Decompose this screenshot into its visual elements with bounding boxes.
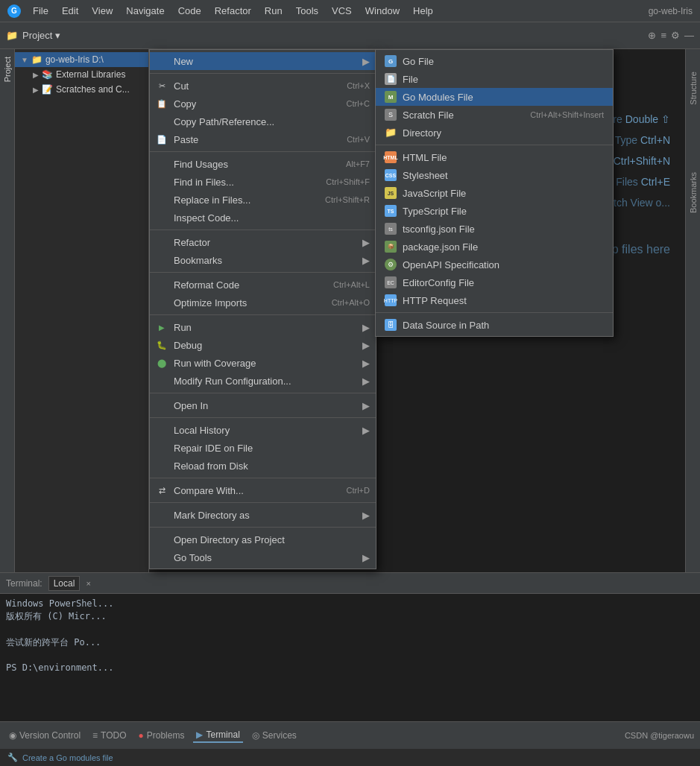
tab-todo[interactable]: ≡ TODO — [89, 729, 129, 742]
submenu-go-file[interactable]: G Go File — [376, 52, 613, 70]
menu-cut[interactable]: ✂ Cut Ctrl+X — [150, 77, 376, 95]
expand-arrow-scratch: ▶ — [33, 86, 39, 94]
create-module-bar[interactable]: 🔧 Create a Go modules file — [0, 748, 700, 766]
tab-version-control[interactable]: ◉ Version Control — [6, 729, 83, 742]
project-label[interactable]: Project ▾ — [22, 30, 60, 41]
term-line-1: Windows PowerShel... — [6, 598, 694, 609]
menu-modify-run[interactable]: Modify Run Configuration... ▶ — [150, 372, 376, 390]
create-icon: 🔧 — [7, 753, 18, 762]
optimize-shortcut: Ctrl+Alt+O — [332, 298, 370, 307]
go-modules-label: Go Modules File — [403, 92, 473, 103]
tree-ext-libs-label: External Libraries — [56, 69, 125, 80]
menu-run[interactable]: Run — [259, 4, 288, 18]
tab-services[interactable]: ◎ Services — [249, 729, 300, 742]
coverage-label: Run with Coverage — [174, 358, 356, 369]
structure-tab[interactable]: Structure — [689, 72, 698, 105]
locate-icon[interactable]: ⊕ — [648, 30, 656, 41]
copy-shortcut: Ctrl+C — [347, 99, 370, 108]
menu-help[interactable]: Help — [407, 4, 439, 18]
optimize-icon — [156, 297, 168, 308]
minimize-icon[interactable]: — — [684, 30, 694, 41]
html-label: HTML File — [403, 152, 447, 163]
submenu-file[interactable]: 📄 File — [376, 70, 613, 88]
submenu-editorconfig[interactable]: EC EditorConfig File — [376, 273, 613, 291]
submenu-css[interactable]: CSS Stylesheet — [376, 166, 613, 184]
submenu-openapi[interactable]: ⚙ OpenAPI Specification — [376, 256, 613, 273]
sep10 — [150, 527, 376, 528]
collapse-icon[interactable]: ≡ — [660, 30, 666, 41]
tree-root-label: go-web-Iris D:\ — [45, 54, 104, 65]
menu-new[interactable]: New ▶ — [150, 52, 376, 70]
submenu-ts[interactable]: TS TypeScript File — [376, 202, 613, 220]
menu-bookmarks[interactable]: Bookmarks ▶ — [150, 251, 376, 269]
menu-tools[interactable]: Tools — [290, 4, 324, 18]
menu-window[interactable]: Window — [359, 4, 406, 18]
mark-dir-icon — [156, 509, 168, 521]
project-tab-vertical[interactable]: Project — [1, 52, 13, 86]
menu-repair-ide[interactable]: Repair IDE on File — [150, 439, 376, 457]
terminal-tab-close[interactable]: × — [86, 579, 90, 588]
menu-mark-dir[interactable]: Mark Directory as ▶ — [150, 506, 376, 524]
tab-problems[interactable]: ● Problems — [136, 729, 188, 742]
inspect-icon — [156, 212, 168, 224]
tree-item-root[interactable]: ▼ 📁 go-web-Iris D:\ — [15, 52, 148, 67]
menu-go-tools[interactable]: Go Tools ▶ — [150, 548, 376, 566]
menu-run-coverage[interactable]: ⬤ Run with Coverage ▶ — [150, 354, 376, 372]
submenu-html[interactable]: HTML HTML File — [376, 148, 613, 166]
coverage-arrow: ▶ — [362, 358, 370, 369]
menu-open-in[interactable]: Open In ▶ — [150, 396, 376, 414]
menu-compare[interactable]: ⇄ Compare With... Ctrl+D — [150, 481, 376, 499]
menu-code[interactable]: Code — [172, 4, 207, 18]
menu-debug[interactable]: 🐛 Debug ▶ — [150, 336, 376, 354]
menu-copy-path[interactable]: Copy Path/Reference... — [150, 113, 376, 130]
menu-run[interactable]: ▶ Run ▶ — [150, 318, 376, 336]
menu-find-files[interactable]: Find in Files... Ctrl+Shift+F — [150, 173, 376, 191]
submenu-js[interactable]: JS JavaScript File — [376, 184, 613, 202]
debug-label: Debug — [174, 340, 356, 351]
sep9 — [150, 502, 376, 503]
submenu-datasource[interactable]: 🗄 Data Source in Path — [376, 316, 613, 334]
tree-item-ext-libs[interactable]: ▶ 📚 External Libraries — [15, 67, 148, 82]
menu-vcs[interactable]: VCS — [326, 4, 358, 18]
refactor-icon — [156, 236, 168, 248]
menu-navigate[interactable]: Navigate — [120, 4, 170, 18]
menu-optimize[interactable]: Optimize Imports Ctrl+Alt+O — [150, 294, 376, 311]
menu-local-history[interactable]: Local History ▶ — [150, 421, 376, 439]
bookmarks-tab[interactable]: Bookmarks — [689, 172, 698, 213]
compare-icon: ⇄ — [156, 484, 168, 496]
datasource-label: Data Source in Path — [403, 320, 489, 331]
local-history-arrow: ▶ — [362, 425, 370, 436]
menu-view[interactable]: View — [86, 4, 119, 18]
datasrc-icon: 🗄 — [385, 319, 397, 331]
copy-path-label: Copy Path/Reference... — [174, 116, 370, 127]
submenu-package-json[interactable]: 📦 package.json File — [376, 238, 613, 256]
menu-reformat[interactable]: Reformat Code Ctrl+Alt+L — [150, 276, 376, 294]
menu-find-usages[interactable]: Find Usages Alt+F7 — [150, 155, 376, 173]
menu-refactor[interactable]: Refactor — [209, 4, 257, 18]
dir-icon: 📁 — [385, 127, 397, 139]
submenu-go-modules[interactable]: M Go Modules File — [376, 88, 613, 106]
menu-replace-files[interactable]: Replace in Files... Ctrl+Shift+R — [150, 191, 376, 209]
menu-edit[interactable]: Edit — [56, 4, 84, 18]
menu-inspect[interactable]: Inspect Code... — [150, 209, 376, 227]
submenu-scratch[interactable]: S Scratch File Ctrl+Alt+Shift+Insert — [376, 106, 613, 124]
tree-item-scratches[interactable]: ▶ 📝 Scratches and C... — [15, 82, 148, 97]
replace-label: Replace in Files... — [174, 194, 319, 206]
menu-refactor[interactable]: Refactor ▶ — [150, 233, 376, 251]
vc-icon: ◉ — [9, 730, 16, 741]
gear-icon[interactable]: ⚙ — [671, 30, 680, 41]
tab-terminal[interactable]: ▶ Terminal — [193, 728, 242, 743]
left-panel-tabs: Project — [0, 49, 15, 572]
submenu-directory[interactable]: 📁 Directory — [376, 124, 613, 142]
menu-paste[interactable]: 📄 Paste Ctrl+V — [150, 130, 376, 148]
submenu-tsconfig[interactable]: ts tsconfig.json File — [376, 220, 613, 238]
menu-reload[interactable]: Reload from Disk — [150, 457, 376, 475]
menu-file[interactable]: File — [27, 4, 54, 18]
modify-run-label: Modify Run Configuration... — [174, 376, 356, 387]
submenu-http[interactable]: HTTP HTTP Request — [376, 291, 613, 309]
menu-copy[interactable]: 📋 Copy Ctrl+C — [150, 95, 376, 113]
ts-label: TypeScript File — [403, 206, 467, 217]
paste-icon: 📄 — [156, 133, 168, 145]
menu-open-dir[interactable]: Open Directory as Project — [150, 531, 376, 548]
terminal-tab-local[interactable]: Local — [48, 576, 81, 591]
